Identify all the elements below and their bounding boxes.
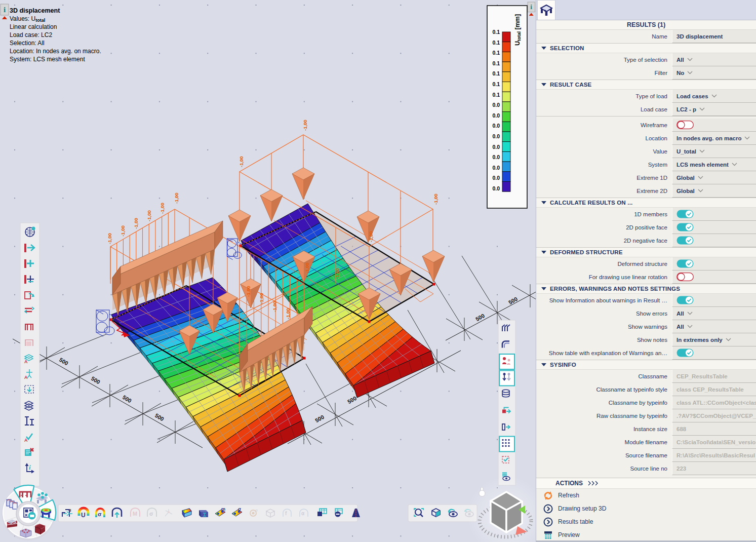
svg-text:m: m xyxy=(221,507,225,512)
svg-text:σ: σ xyxy=(149,511,153,517)
svg-text:σ: σ xyxy=(255,508,258,513)
svg-text:U: U xyxy=(81,512,86,519)
svg-text:i: i xyxy=(29,463,31,471)
svg-text:α: α xyxy=(301,511,305,516)
svg-text:A: A xyxy=(24,438,28,443)
svg-text:A: A xyxy=(24,359,28,364)
svg-text:σ: σ xyxy=(238,507,241,512)
svg-text:A: A xyxy=(24,375,28,380)
svg-text:M: M xyxy=(133,511,137,517)
svg-text:σ: σ xyxy=(98,511,102,517)
svg-text:u: u xyxy=(68,508,71,513)
